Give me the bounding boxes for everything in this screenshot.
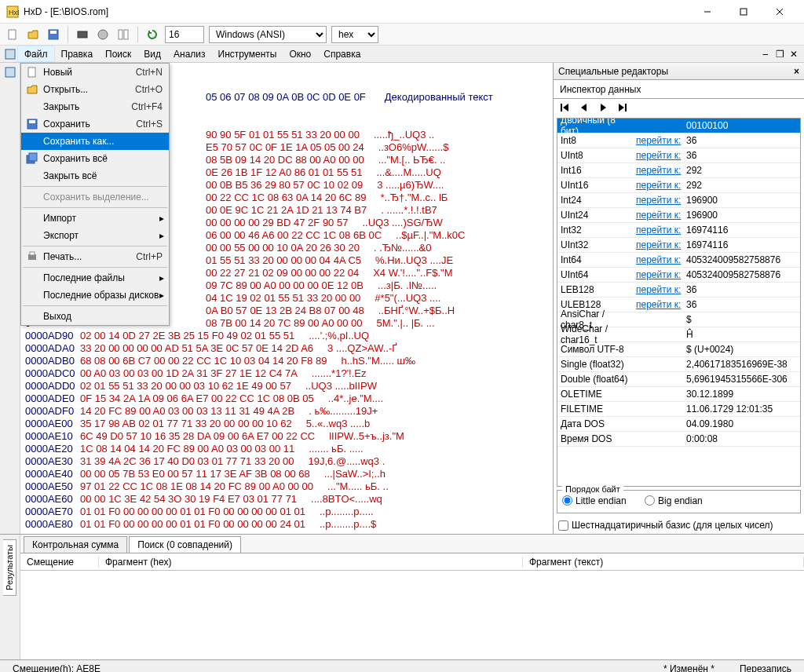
menu-инструменты[interactable]: Инструменты bbox=[212, 46, 283, 62]
menuitem[interactable]: Последние образы дисков▸ bbox=[21, 287, 169, 304]
byte-order-group: Порядок байт Little endian Big endian bbox=[557, 490, 801, 514]
inspector-row[interactable]: Int24перейти к:196900 bbox=[557, 193, 800, 208]
toolbar: Windows (ANSI) hex bbox=[0, 24, 804, 46]
hex-row[interactable]: 0000AE106C 49 D0 57 10 16 35 28 DA 09 00… bbox=[25, 430, 548, 443]
menu-правка[interactable]: Правка bbox=[55, 46, 100, 62]
inspector-row[interactable]: Int32перейти к:16974116 bbox=[557, 223, 800, 238]
hex-row[interactable]: 0000ADA033 20 00 00 00 00 AD 51 5A 3E 0C… bbox=[25, 342, 548, 355]
inspector-row[interactable]: Дата DOS04.09.1980 bbox=[557, 417, 800, 432]
ram-icon[interactable] bbox=[75, 27, 90, 42]
hex-row[interactable]: 0000AE6000 00 1C 3E 42 54 3О 30 19 F4 E7… bbox=[25, 493, 548, 506]
checksum-tab[interactable]: Контрольная сумма bbox=[24, 536, 127, 553]
big-endian-radio[interactable]: Big endian bbox=[645, 495, 703, 506]
inspector-tab[interactable]: Инспектор данных bbox=[554, 80, 804, 99]
inspector-row[interactable]: UInt24перейти к:196900 bbox=[557, 208, 800, 223]
hex-row[interactable]: 0000ADC000 A0 03 00 03 00 1D 2A 31 3F 27… bbox=[25, 367, 548, 380]
hex-row[interactable]: 0000AE4000 00 05 7B 53 E0 00 57 11 17 3E… bbox=[25, 468, 548, 480]
results-side-tab[interactable]: Результаты bbox=[0, 535, 20, 659]
inspector-row[interactable]: Double (float64)5,6961945315566E-306 bbox=[557, 372, 800, 387]
inspector-row[interactable]: Символ UTF-8$ (U+0024) bbox=[557, 342, 800, 357]
hex-row[interactable]: 0000AE0035 17 98 AB 02 01 77 71 33 20 00… bbox=[25, 418, 548, 430]
concat-icon[interactable] bbox=[115, 27, 131, 42]
svg-rect-13 bbox=[5, 49, 15, 59]
inspector-row[interactable]: Int8перейти к:36 bbox=[557, 133, 800, 148]
hex-row[interactable]: 0000AE201C 08 14 04 14 20 FC 89 00 A0 03… bbox=[25, 443, 548, 455]
inspector-row[interactable]: LEB128перейти к:36 bbox=[557, 283, 800, 298]
inspector-row[interactable]: OLETIME30.12.1899 bbox=[557, 387, 800, 402]
inspector-row[interactable]: Int16перейти к:292 bbox=[557, 163, 800, 178]
open-icon[interactable] bbox=[25, 27, 41, 42]
hex-row[interactable]: 0000AE3031 39 4A 2C 36 17 40 D0 03 01 77… bbox=[25, 455, 548, 468]
menuitem[interactable]: Сохранить всё bbox=[21, 150, 169, 167]
encoding-select[interactable]: Windows (ANSI) bbox=[209, 26, 327, 43]
menuitem[interactable]: НовыйCtrl+N bbox=[21, 64, 169, 81]
inspector-row[interactable]: UInt8перейти к:36 bbox=[557, 148, 800, 163]
menu-поиск[interactable]: Поиск bbox=[99, 46, 137, 62]
bottom-tabs: Контрольная сумма Поиск (0 совпадений) bbox=[20, 535, 804, 553]
mdi-close-button[interactable]: ✕ bbox=[787, 46, 801, 62]
inspector-row[interactable]: UInt64перейти к:405324009582758876 bbox=[557, 268, 800, 283]
inspector-row[interactable]: FILETIME11.06.1729 12:01:35 bbox=[557, 402, 800, 417]
hex-row[interactable]: 0000ADD002 01 55 51 33 20 00 00 03 10 62… bbox=[25, 380, 548, 393]
maximize-button[interactable] bbox=[725, 0, 762, 24]
svg-rect-23 bbox=[625, 104, 627, 111]
svg-rect-21 bbox=[30, 252, 35, 255]
numbase-select[interactable]: hex bbox=[331, 26, 378, 43]
menuitem[interactable]: Печать...Ctrl+P bbox=[21, 248, 169, 265]
separator bbox=[137, 27, 138, 42]
svg-rect-14 bbox=[5, 68, 15, 77]
menuitem: Сохранить выделение... bbox=[21, 188, 169, 206]
results-list[interactable] bbox=[20, 571, 804, 659]
menuitem[interactable]: ЗакрытьCtrl+F4 bbox=[21, 98, 169, 115]
inspector-row[interactable]: Время DOS0:00:08 bbox=[557, 432, 800, 447]
hex-row[interactable]: 0000ADF014 20 FC 89 00 A0 03 00 03 13 11… bbox=[25, 405, 548, 418]
menuitem[interactable]: Сохранить как... bbox=[21, 133, 169, 150]
search-results-tab[interactable]: Поиск (0 совпадений) bbox=[129, 536, 241, 553]
save-icon[interactable] bbox=[46, 27, 61, 42]
last-icon[interactable] bbox=[616, 102, 627, 115]
hex-row[interactable]: 0000ADB068 08 00 6B C7 00 00 22 CC 1C 10… bbox=[25, 355, 548, 367]
little-endian-radio[interactable]: Little endian bbox=[562, 495, 627, 506]
menu-анализ[interactable]: Анализ bbox=[167, 46, 212, 62]
inspector-grid[interactable]: Двоичный (8 бит)00100100Int8перейти к:36… bbox=[557, 118, 801, 487]
panel-close-icon[interactable]: × bbox=[794, 66, 799, 77]
inspector-row[interactable]: Int64перейти к:405324009582758876 bbox=[557, 253, 800, 268]
disk-icon[interactable] bbox=[95, 27, 111, 42]
menu-справка[interactable]: Справка bbox=[317, 46, 367, 62]
next-icon[interactable] bbox=[598, 102, 608, 115]
close-button[interactable] bbox=[762, 0, 798, 24]
hex-row[interactable]: 0000AD9002 00 14 0D 27 2E 3B 25 15 F0 49… bbox=[25, 330, 548, 342]
menu-вид[interactable]: Вид bbox=[137, 46, 167, 62]
inspector-row[interactable]: UInt16перейти к:292 bbox=[557, 178, 800, 193]
menu-окно[interactable]: Окно bbox=[283, 46, 317, 62]
hex-basis-checkbox[interactable]: Шестнадцатиричный базис (для целых чисел… bbox=[554, 517, 804, 534]
hex-row[interactable]: 0000AE8001 01 F0 00 00 00 00 01 01 F0 00… bbox=[25, 518, 548, 531]
menuitem[interactable]: Закрыть всё bbox=[21, 167, 169, 184]
new-icon[interactable] bbox=[5, 27, 20, 42]
menu-файл[interactable]: Файл bbox=[17, 46, 55, 62]
mdi-minimize-button[interactable]: ‒ bbox=[758, 46, 773, 62]
hex-editor[interactable]: 05 06 07 08 09 0A 0B 0C 0D 0E 0FДекодиро… bbox=[20, 63, 553, 534]
menuitem[interactable]: Открыть...Ctrl+O bbox=[21, 81, 169, 98]
status-offset: Смещение(h): AE8E bbox=[6, 663, 107, 673]
refresh-icon[interactable] bbox=[144, 27, 160, 42]
inspector-row[interactable]: Single (float32)2,40617183516969E-38 bbox=[557, 357, 800, 372]
inspector-row[interactable]: WideChar / char16_tĤ bbox=[557, 327, 800, 342]
menuitem[interactable]: Экспорт▸ bbox=[21, 227, 169, 244]
hex-row[interactable]: 0000ADE00F 15 34 2A 1A 09 06 6A E7 00 22… bbox=[25, 393, 548, 405]
menuitem[interactable]: Выход bbox=[21, 308, 169, 325]
file-tab-icon[interactable] bbox=[4, 66, 16, 81]
menuitem[interactable]: Импорт▸ bbox=[21, 210, 169, 227]
bytes-per-row-input[interactable] bbox=[165, 26, 204, 43]
hex-row[interactable]: 0000AE5097 01 22 CC 1C 08 1E 08 14 20 FC… bbox=[25, 480, 548, 493]
menuitem[interactable]: СохранитьCtrl+S bbox=[21, 115, 169, 133]
menuitem[interactable]: Последние файлы▸ bbox=[21, 269, 169, 287]
prev-icon[interactable] bbox=[579, 102, 590, 115]
hex-row[interactable]: 0000AE7001 01 F0 00 00 00 00 01 01 F0 00… bbox=[25, 506, 548, 518]
hex-col-header: 05 06 07 08 09 0A 0B 0C 0D 0E 0F bbox=[206, 91, 366, 103]
inspector-row[interactable]: Двоичный (8 бит)00100100 bbox=[557, 119, 800, 133]
mdi-restore-button[interactable]: ❐ bbox=[773, 46, 787, 62]
minimize-button[interactable] bbox=[689, 0, 725, 24]
first-icon[interactable] bbox=[560, 102, 571, 115]
inspector-row[interactable]: UInt32перейти к:16974116 bbox=[557, 238, 800, 253]
